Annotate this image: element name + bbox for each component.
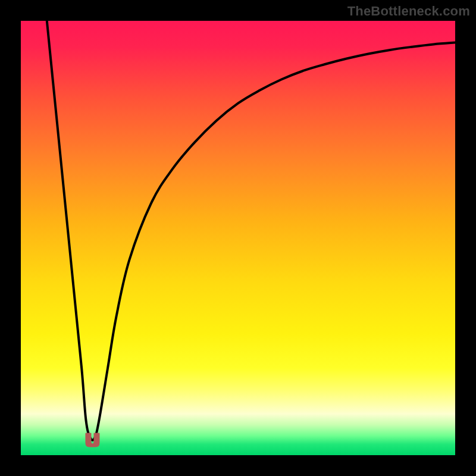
chart-frame <box>21 21 455 455</box>
watermark-text: TheBottleneck.com <box>347 4 470 19</box>
chart-background <box>21 21 455 455</box>
bottleneck-chart <box>21 21 455 455</box>
